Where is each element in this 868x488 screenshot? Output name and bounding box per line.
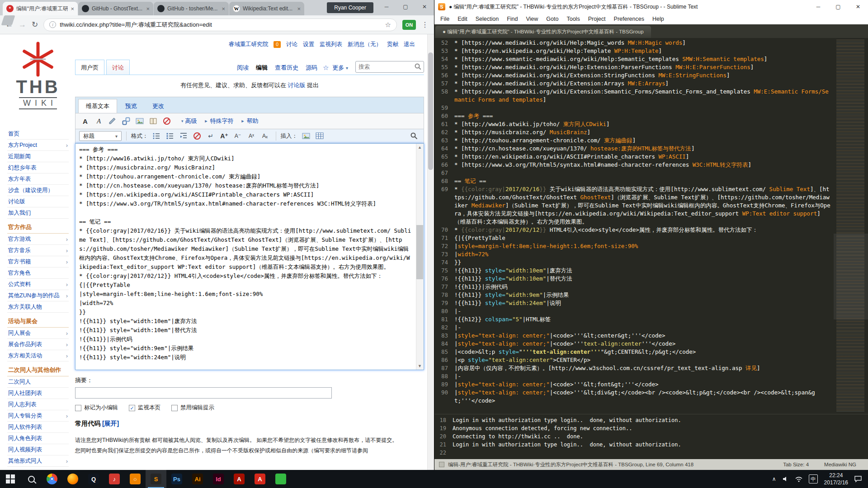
checkbox[interactable]: ✓ [129, 405, 135, 411]
sidebar-item[interactable]: 同人软件列表 [7, 422, 69, 433]
ul-icon[interactable] [151, 130, 163, 142]
sidebar-item[interactable]: 官方音乐› [7, 245, 69, 256]
taskbar-photoshop[interactable]: Ps [166, 470, 187, 488]
view-tab[interactable]: 编辑 [252, 60, 271, 75]
maximize-button[interactable]: ▢ [396, 0, 415, 14]
sidebar-item[interactable]: 东方关联人物 [7, 301, 69, 313]
sidebar-item[interactable]: 同人视频列表 [7, 444, 69, 455]
search-box[interactable] [355, 61, 424, 73]
sidebar-item[interactable]: 官方角色 [7, 267, 69, 279]
namespace-tab[interactable]: 用户页 [75, 60, 104, 75]
talk-board-link[interactable]: 讨论版 [288, 82, 306, 89]
image-icon[interactable] [133, 115, 146, 127]
taskbar-netease-music[interactable]: ♪ [104, 470, 125, 488]
bigA-icon[interactable]: A⁺ [218, 130, 231, 142]
sidebar-item[interactable]: 讨论版 [7, 196, 69, 207]
edit-option-checkbox[interactable]: 禁用编辑提示 [171, 404, 214, 412]
page-scrollbar[interactable] [427, 34, 434, 470]
personal-link[interactable]: 睿域重工研究院 [229, 41, 269, 48]
network-icon[interactable] [795, 476, 802, 482]
nowiki-icon[interactable] [191, 130, 203, 142]
nowiki-icon[interactable] [160, 115, 173, 127]
sidebar-item[interactable]: 同人展会› [7, 328, 69, 339]
browser-tab[interactable]: GitHub - tosher/Me...× [154, 2, 229, 15]
textarea-scrollbar[interactable]: ▲ ▼ [416, 144, 424, 370]
taskbar-chrome[interactable] [42, 470, 62, 488]
browser-tab[interactable]: WWikipedia:Text edit...× [229, 2, 304, 15]
sidebar-item[interactable]: 东方年表 [7, 174, 69, 185]
taskbar-acrobat[interactable]: A [229, 470, 250, 488]
new-tab-button[interactable] [1, 15, 15, 25]
tab-close-icon[interactable]: × [146, 5, 150, 12]
tab-size-indicator[interactable]: Tab Size: 4 [783, 462, 809, 467]
edit-textarea[interactable]: === 参考 === * [http://www16.atwiki.jp/toh… [75, 143, 424, 370]
sidebar-item[interactable]: 东方Project› [7, 140, 69, 151]
close-button[interactable]: ✕ [415, 0, 434, 14]
taskbar-sublime-text[interactable]: S [146, 470, 166, 488]
tab-close-icon[interactable]: × [222, 5, 225, 12]
signature-icon[interactable] [106, 115, 118, 127]
personal-link[interactable]: 监视列表 [320, 41, 342, 48]
indent-icon[interactable] [178, 130, 190, 142]
notification-count-badge[interactable]: 0 [274, 41, 281, 48]
scrollbar-thumb[interactable] [416, 225, 423, 279]
summary-input[interactable] [75, 387, 332, 399]
sub-icon[interactable]: Aₓ [259, 130, 271, 142]
view-tab[interactable]: 阅读 [233, 60, 252, 75]
start-button[interactable] [0, 470, 21, 488]
view-tab[interactable]: 查看历史 [271, 60, 302, 75]
table-icon[interactable] [313, 130, 326, 142]
sidebar-item[interactable]: 同人专辑分类› [7, 410, 69, 422]
editor-tab[interactable]: 更改 [145, 99, 171, 113]
status-icon[interactable] [439, 462, 444, 467]
sidebar-item[interactable]: 其他ZUN参与的作品› [7, 290, 69, 301]
ime-indicator[interactable]: 中 [809, 474, 818, 483]
minimize-button[interactable]: ─ [377, 0, 396, 14]
code-view[interactable]: 52* [https://www.mediawiki.org/wiki/Help… [434, 38, 834, 414]
search-icon[interactable] [414, 63, 421, 71]
menu-preferences[interactable]: Preferences [610, 16, 648, 22]
taskbar-clock[interactable]: 22:24 2017/2/16 [824, 472, 848, 486]
link-icon[interactable] [120, 115, 132, 127]
menu-tools[interactable]: Tools [562, 16, 584, 22]
expand-link[interactable]: [展开] [102, 420, 119, 427]
editor-tab[interactable]: 预览 [118, 99, 144, 113]
ol-icon[interactable] [164, 130, 176, 142]
watch-star-icon[interactable]: ☆ [321, 64, 330, 75]
sidebar-item[interactable]: 官方游戏› [7, 234, 69, 245]
personal-link[interactable]: 退出 [404, 41, 415, 48]
chevron-up-icon[interactable]: ∧ [772, 476, 776, 482]
heading-dropdown[interactable]: 标题▾ [79, 131, 122, 141]
taskbar-qq[interactable]: Q [83, 470, 104, 488]
menu-selection[interactable]: Selection [472, 16, 503, 22]
taskbar-indesign[interactable]: Id [208, 470, 229, 488]
edit-option-checkbox[interactable]: ✓监视本页 [129, 404, 160, 412]
checkbox[interactable] [171, 405, 178, 411]
sidebar-item[interactable]: 沙盒（建议使用） [7, 185, 69, 196]
sup-icon[interactable]: Aˣ [245, 130, 258, 142]
personal-link[interactable]: 讨论 [286, 41, 297, 48]
volume-icon[interactable] [783, 476, 789, 482]
console-panel[interactable]: 18Login in with authorization type login… [434, 414, 868, 459]
sidebar-item[interactable]: 官方书籍› [7, 256, 69, 267]
menu-edit[interactable]: Edit [453, 16, 472, 22]
menu-help[interactable]: Help [648, 16, 668, 22]
image-icon[interactable] [300, 130, 312, 142]
action-center-icon[interactable] [854, 476, 862, 483]
toolbar-section[interactable]: ►特殊字符 [204, 117, 234, 125]
menu-view[interactable]: View [522, 16, 542, 22]
sidebar-item[interactable]: 首页 [7, 128, 69, 140]
view-tab[interactable]: 源码 [302, 60, 321, 75]
toolbar-section[interactable]: ►帮助 [241, 117, 258, 125]
profile-name-chip[interactable]: Ryan Cooper [327, 2, 373, 13]
sidebar-item[interactable]: 近期新闻 [7, 151, 69, 162]
taskbar-app-orange[interactable]: ○ [125, 470, 146, 488]
taskbar-wechat[interactable] [270, 470, 291, 488]
browser-tab[interactable]: *编辑“用户:睿域重工研...× [3, 2, 78, 15]
minimize-button[interactable]: ─ [808, 0, 828, 14]
namespace-tab[interactable]: 讨论 [106, 60, 130, 75]
sidebar-item[interactable]: 展会作品列表› [7, 339, 69, 350]
cortana-search-button[interactable] [21, 470, 42, 488]
page-scrollbar-thumb[interactable] [428, 52, 433, 170]
bold-icon[interactable]: A [79, 115, 91, 127]
